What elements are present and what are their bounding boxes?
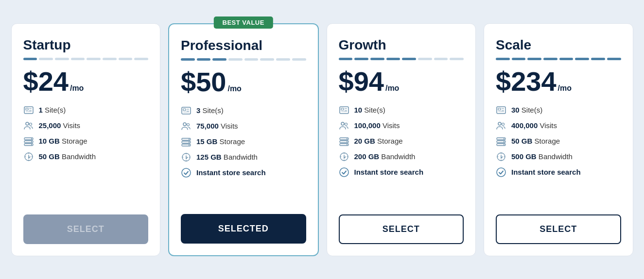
svg-point-5 [26, 122, 29, 125]
select-button-professional[interactable]: SELECTED [181, 214, 306, 244]
instant-search-label: Instant store search [196, 168, 266, 177]
svg-rect-1 [26, 108, 28, 110]
svg-rect-46 [502, 108, 504, 109]
feature-instant-search: Instant store search [339, 167, 464, 178]
progress-seg-1 [512, 58, 526, 60]
svg-point-58 [497, 168, 505, 177]
progress-bar-growth [339, 58, 464, 60]
visits-icon [339, 120, 349, 131]
visits-icon [496, 120, 506, 131]
svg-rect-45 [498, 108, 501, 110]
feature-item-2: 15 GB Storage [181, 136, 306, 147]
feature-label-1: 100,000 Visits [354, 121, 400, 130]
svg-point-41 [347, 144, 348, 145]
site-icon [181, 105, 191, 116]
svg-point-39 [347, 138, 348, 139]
svg-point-6 [29, 123, 32, 125]
storage-icon [181, 136, 191, 147]
progress-seg-3 [228, 58, 243, 61]
bandwidth-icon [181, 152, 191, 163]
feature-item-1: 25,000 Visits [23, 120, 149, 131]
svg-point-50 [502, 123, 505, 125]
feature-label-3: 200 GB Bandwidth [354, 152, 416, 161]
select-button-scale[interactable]: SELECT [496, 214, 621, 244]
progress-seg-7 [607, 58, 621, 60]
feature-item-0: 1 Site(s) [23, 105, 149, 115]
bandwidth-icon [339, 151, 349, 162]
plan-card-growth: Growth $94 /mo 10 Site(s) 100,000 Visits [327, 23, 476, 256]
progress-seg-6 [276, 58, 290, 61]
svg-point-49 [498, 122, 501, 125]
feature-label-0: 30 Site(s) [511, 106, 542, 114]
progress-seg-4 [559, 58, 574, 60]
progress-seg-2 [55, 58, 69, 60]
feature-label-2: 10 GB Storage [39, 137, 87, 145]
storage-icon [23, 136, 34, 147]
feature-label-3: 50 GB Bandwidth [39, 152, 96, 161]
price-amount-startup: $24 [23, 68, 69, 95]
progress-seg-1 [197, 58, 211, 61]
feature-label-0: 1 Site(s) [39, 106, 66, 114]
progress-seg-4 [244, 58, 259, 61]
instant-search-label: Instant store search [511, 168, 581, 176]
progress-seg-6 [434, 58, 448, 60]
plan-name-professional: Professional [181, 38, 306, 53]
site-icon [496, 105, 506, 115]
select-button-growth[interactable]: SELECT [339, 214, 464, 244]
feature-item-0: 30 Site(s) [496, 105, 621, 115]
feature-label-2: 20 GB Storage [354, 137, 403, 145]
select-button-startup: SELECT [23, 214, 149, 244]
feature-label-1: 25,000 Visits [39, 121, 81, 130]
svg-rect-15 [183, 109, 186, 111]
progress-seg-1 [354, 58, 368, 60]
features-list-scale: 30 Site(s) 400,000 Visits 50 GB Storage [496, 105, 621, 203]
svg-point-34 [341, 122, 344, 125]
svg-point-20 [187, 123, 190, 126]
progress-seg-7 [134, 58, 148, 60]
svg-rect-48 [498, 111, 504, 112]
price-period-scale: /mo [558, 84, 572, 93]
feature-item-0: 3 Site(s) [181, 105, 306, 116]
svg-point-19 [183, 123, 186, 126]
progress-seg-2 [212, 58, 226, 61]
svg-point-11 [31, 141, 32, 142]
storage-icon [496, 136, 506, 147]
plan-name-startup: Startup [23, 37, 149, 53]
progress-seg-3 [71, 58, 85, 60]
check-icon [339, 167, 349, 178]
visits-icon [23, 120, 34, 131]
features-list-growth: 10 Site(s) 100,000 Visits 20 GB Storage [339, 105, 464, 203]
svg-point-25 [189, 142, 190, 143]
progress-bar-scale [496, 58, 621, 60]
feature-label-0: 3 Site(s) [196, 106, 224, 115]
svg-point-24 [189, 139, 190, 140]
progress-seg-4 [87, 58, 101, 60]
progress-seg-7 [450, 58, 464, 60]
feature-item-1: 400,000 Visits [496, 120, 621, 131]
svg-rect-33 [341, 111, 347, 112]
feature-label-3: 125 GB Bandwidth [196, 153, 258, 161]
progress-seg-0 [181, 58, 195, 61]
feature-instant-search: Instant store search [496, 167, 621, 178]
feature-item-3: 200 GB Bandwidth [339, 151, 464, 162]
svg-point-26 [189, 145, 190, 146]
feature-instant-search: Instant store search [181, 167, 306, 178]
site-icon [339, 105, 349, 115]
progress-bar-professional [181, 58, 306, 61]
price-row-scale: $234 /mo [496, 68, 621, 95]
feature-item-2: 50 GB Storage [496, 136, 621, 147]
feature-item-0: 10 Site(s) [339, 105, 464, 115]
progress-seg-2 [370, 58, 384, 60]
feature-item-3: 50 GB Bandwidth [23, 151, 149, 162]
progress-seg-5 [418, 58, 432, 60]
feature-label-2: 50 GB Storage [511, 137, 560, 145]
progress-seg-6 [119, 58, 133, 60]
svg-rect-3 [29, 110, 32, 111]
price-period-growth: /mo [385, 84, 399, 93]
price-row-professional: $50 /mo [181, 68, 306, 96]
feature-item-1: 75,000 Visits [181, 121, 306, 131]
progress-seg-0 [23, 58, 37, 60]
svg-rect-31 [345, 108, 347, 109]
bandwidth-icon [23, 151, 34, 162]
progress-seg-7 [292, 58, 306, 61]
